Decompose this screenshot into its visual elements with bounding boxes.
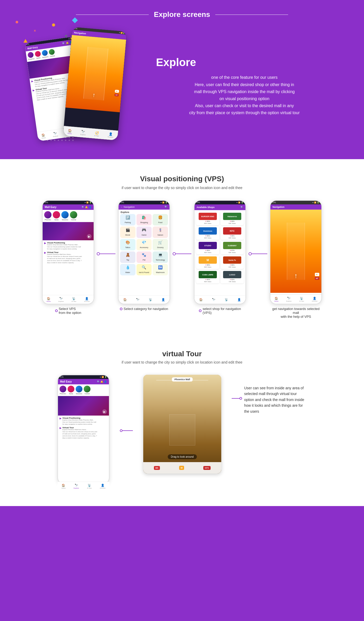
heart-subway: ♥ (230, 250, 231, 251)
shop-habaneros[interactable]: Habaneros ♥ 90% 92K Votes (220, 212, 244, 225)
step2-dot (120, 308, 122, 310)
tab-h4[interactable]: 🏠Home (274, 297, 278, 302)
sig4: ▪▪ 📶 🔋 (312, 202, 319, 204)
vt-sb: 9:41 ▪▪ 📶 🔋 (58, 375, 109, 379)
cat-food[interactable]: 🍔 Food (153, 214, 168, 225)
tab-explore-1[interactable]: 🔭Explore (58, 297, 64, 302)
tab-e2[interactable]: 🔭 (136, 298, 140, 301)
shop-rating-sf: ♥ 86% (230, 264, 235, 266)
tab-a2[interactable]: 📡 (149, 298, 152, 301)
city-avatar-p (44, 211, 51, 218)
city-c1: Central (70, 211, 77, 221)
cat-washroom[interactable]: 🚻 Washroom (153, 264, 168, 275)
tab-u3[interactable]: 👤 (237, 298, 241, 301)
vt-h: Mall Eazy 🔍 🔔 👤 (58, 379, 109, 384)
cat-parking[interactable]: 🅿️ Parking (120, 214, 135, 225)
cat-label-saloon: Saloon (158, 234, 163, 236)
tab-home-1[interactable]: 🏠Home (47, 297, 51, 302)
tab-u2[interactable]: 👤 (161, 298, 165, 301)
step4-text: get navigation towards selected mallwith… (270, 307, 322, 319)
tab-account-front[interactable]: 👤Account (108, 132, 114, 138)
tab-arnav-front[interactable]: 🧭Ar Nav (94, 131, 99, 137)
cat-icon-movie: 🎬 (121, 228, 135, 232)
vps-subtitle: if user want to change the city so simpl… (21, 186, 343, 190)
header-icons-1: 🔍 🔔 👤 (82, 206, 92, 209)
step3-dot (199, 309, 202, 312)
cat-tattoo[interactable]: 🎨 Tattoo (120, 239, 135, 250)
vtab-a[interactable]: 📡Ar Nav (87, 484, 92, 484)
nav-arrow-up: ↑ (92, 92, 96, 99)
time3: 9:41 (197, 202, 200, 204)
tab-a3[interactable]: 📡 (225, 298, 228, 301)
kfc-logo-4: KF (315, 277, 319, 280)
shop-generic[interactable]: LOGO ♥ 82% 72K Votes (220, 270, 244, 283)
vtab-e[interactable]: 🔭Explore (74, 484, 79, 484)
tab-h2[interactable]: 🏠 (123, 298, 127, 301)
cat-technology[interactable]: 💻 Technology (153, 251, 168, 263)
vp-row-1: ▶ Visual Positioning Explore shop Direct… (44, 242, 92, 250)
tab-explore[interactable]: 🔭Explore (53, 131, 58, 137)
cat-accessory[interactable]: 💎 Accessory (136, 239, 152, 250)
dot (50, 140, 52, 141)
cat-game[interactable]: 🎮 Game (136, 227, 152, 238)
shops-search-3: 🔍 (240, 206, 243, 209)
shop-santa-fe[interactable]: Santa Fe ♥ 86% 82K Votes (220, 255, 244, 269)
tab-acc-4[interactable]: 👤Account (312, 297, 317, 302)
shop-kfc[interactable]: KFC ♥ 96% 92K Votes (220, 226, 244, 240)
time-front: 9:41 (74, 28, 77, 30)
shop-dominos[interactable]: Dominos ♥ 89% 92K Votes (196, 226, 219, 240)
dot (54, 140, 55, 141)
back-nav-2: ← Navigation (121, 206, 135, 208)
vtab-h[interactable]: 🏠Home (61, 484, 66, 484)
cat-lostfound[interactable]: 🔍 lost & Found (136, 264, 152, 275)
mc-bottom: M (179, 466, 184, 470)
tab-explore-front[interactable]: 🔭Explore (80, 130, 86, 136)
shop-mcdonalds[interactable]: M ♥ 88% 82K Votes (196, 255, 219, 269)
tab-ar-4[interactable]: 📡Ar Nav (299, 297, 304, 302)
vt-vt-row: ▶ Virtual Tour Explore Phoenicx Mall fro… (60, 426, 107, 439)
tab-h3[interactable]: 🏠 (199, 298, 203, 301)
shop-rating-cl: ♥ 85% (205, 279, 210, 280)
vps-phone2: 9:41 ▪▪ 📶 🔋 ← Navigation 🔍 Explore 🅿️ Pa… (118, 200, 170, 304)
shops-title-3: Available Shops (197, 206, 214, 209)
cat-icon-shopping: 🛍️ (137, 215, 151, 219)
shop-burger-king[interactable]: BURGER KING ♥ 96% 82K Votes (196, 212, 219, 225)
tab-home[interactable]: 🏠Home (41, 133, 46, 139)
nav-logos-4: M KF (315, 273, 319, 280)
tab-ar-1[interactable]: 📡Ar Nav (72, 297, 76, 302)
vp-arrow: ▶ (31, 80, 34, 83)
conn-line-1 (100, 254, 115, 254)
city-name-sessions: Sessions (42, 56, 49, 58)
heart-gen: ♥ (230, 279, 231, 280)
cat-label-toy: Toy (126, 259, 129, 261)
conn-line-3 (252, 254, 267, 254)
tab-acc-1[interactable]: 👤Account (84, 297, 90, 302)
conn-dot-1 (97, 252, 100, 255)
cat-toy[interactable]: 🧸 Toy (120, 251, 135, 263)
cat-shopping[interactable]: 🛍️ Shopping (136, 214, 152, 225)
vt-loc-btn[interactable]: ▶ (102, 409, 107, 414)
dots-pattern (47, 137, 74, 141)
cat-label-food: Food (158, 222, 162, 223)
city-name-santa: Santa (36, 57, 40, 59)
tab-explore-4[interactable]: 🔭Explore (286, 297, 291, 302)
tab-home-front[interactable]: 🏠Home (67, 129, 72, 134)
vt-vt-arrow: ▶ (60, 426, 62, 439)
tab-e3[interactable]: 🔭 (212, 298, 216, 301)
city-label-p: Phoenicx (45, 219, 51, 221)
cat-saloon[interactable]: 💈 Saloon (153, 227, 168, 238)
loc-btn-1[interactable]: ▶ (87, 234, 92, 239)
mall-title-back: Mall Eazy (27, 46, 38, 50)
shop-rating-hab: ♥ 90% (230, 221, 235, 222)
vt-desc-wrapper: User can see from inside any area of sel… (232, 375, 307, 414)
cat-grocery[interactable]: 🛒 Grocery (153, 239, 168, 250)
cat-pet[interactable]: 🐾 Pet (136, 251, 152, 263)
shop-cuba-libre[interactable]: CUBA LIBRE ♥ 85% 82K Votes (196, 270, 219, 283)
shop-studio[interactable]: STUDIO ♥ 89% 92K Votes (196, 241, 219, 254)
shop-subway[interactable]: SUBWAY ♥ 87% 82K Votes (220, 241, 244, 254)
cat-movie[interactable]: 🎬 Movie (120, 227, 135, 238)
bottom-tabs-2: 🏠 🔭 📡 👤 (119, 295, 170, 304)
cat-water[interactable]: 💧 Water (120, 264, 135, 275)
shop-rating-mc: ♥ 88% (205, 264, 210, 266)
vtab-u[interactable]: 👤Account (100, 484, 106, 484)
